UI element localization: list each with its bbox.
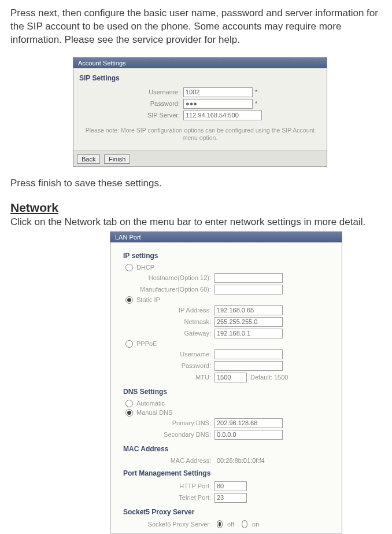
username-input[interactable]: 1002 [183,87,253,97]
after-shot1-paragraph: Press finish to save these settings. [10,177,382,190]
manufacturer-input[interactable] [215,285,283,294]
dns-settings-heading: DNS Settings [123,384,336,398]
gateway-input[interactable]: 192.168.0.1 [215,329,283,338]
ip-settings-heading: IP settings [123,248,336,262]
ip-address-label: IP Address: [123,307,215,314]
proxy-on-radio[interactable] [242,520,247,528]
hostname-input[interactable] [215,273,283,283]
ip-address-input[interactable]: 192.168.0.65 [215,305,283,315]
pppoe-radio[interactable] [125,340,133,348]
secondary-dns-label: Secondary DNS: [123,431,215,438]
back-button[interactable]: Back [77,154,100,164]
telnet-port-input[interactable]: 23 [215,493,247,503]
sip-server-label: SIP Server: [77,112,183,119]
dns-manual-label: Manual DNS [136,409,172,416]
network-heading: Network [10,201,382,215]
secondary-dns-input[interactable]: 0.0.0.0 [215,430,283,440]
pppoe-user-label: Username: [123,351,215,358]
pppoe-user-input[interactable] [215,349,283,359]
mtu-default: Default: 1500 [247,374,288,381]
lan-port-titlebar: LAN Port [110,232,342,242]
static-ip-radio[interactable] [125,296,133,304]
dhcp-radio[interactable] [125,264,133,271]
account-settings-titlebar: Account Settings [73,58,327,68]
telnet-port-label: Telnet Port: [123,494,215,501]
http-port-label: HTTP Port: [123,483,215,489]
lan-port-window: LAN Port IP settings DHCP Hostname(Optio… [110,231,342,533]
sip-settings-heading: SIP Settings [77,73,323,86]
primary-dns-label: Primary DNS: [123,419,215,426]
mac-address-label: MAC Address: [123,457,215,464]
required-star: * [253,100,257,107]
primary-dns-input[interactable]: 202.96.128.68 [215,418,283,428]
mtu-input[interactable]: 1500 [215,373,247,382]
dns-auto-label: Automatic [136,400,165,407]
gateway-label: Gateway: [123,330,215,337]
http-port-input[interactable]: 80 [215,481,247,491]
mac-address-value: 00:26:8b:01:0f:f4 [215,457,265,464]
static-ip-label: Static IP [136,296,160,303]
intro-paragraph: Press next, then configure the basic use… [10,7,382,47]
proxy-heading: Socket5 Proxy Server [123,504,336,518]
proxy-off-label: off [226,521,238,528]
sip-server-input[interactable]: 112.94.168.54:500 [183,111,262,120]
hostname-label: Hostname(Option 12): [123,274,215,281]
required-star: * [253,89,257,95]
pppoe-label: PPPoE [136,340,157,347]
network-paragraph: Click on the Network tab on the menu bar… [10,216,382,229]
dns-auto-radio[interactable] [125,400,133,407]
pppoe-pass-input[interactable] [215,361,283,371]
port-management-heading: Port Management Settings [123,466,336,480]
netmask-input[interactable]: 255.255.255.0 [215,317,283,327]
username-label: Username: [77,89,183,95]
dns-manual-radio[interactable] [125,409,133,417]
mac-address-heading: MAC Address [123,441,336,455]
pppoe-pass-label: Password: [123,362,215,369]
password-input[interactable]: ●●● [183,99,253,109]
dhcp-label: DHCP [136,264,154,271]
proxy-off-radio[interactable] [217,520,223,528]
manufacturer-label: Manufacturer(Option 60): [123,286,215,293]
account-settings-window: Account Settings SIP Settings Username: … [73,57,327,167]
mtu-label: MTU: [123,374,215,381]
wizard-button-bar: Back Finish [73,150,327,166]
proxy-on-label: on [251,521,262,528]
finish-button[interactable]: Finish [104,154,130,164]
sip-note: Please note: More SIP configuration opti… [77,122,323,147]
password-label: Password: [77,100,183,107]
netmask-label: Netmask: [123,318,215,325]
proxy-label: Socket5 Proxy Server: [123,521,215,528]
